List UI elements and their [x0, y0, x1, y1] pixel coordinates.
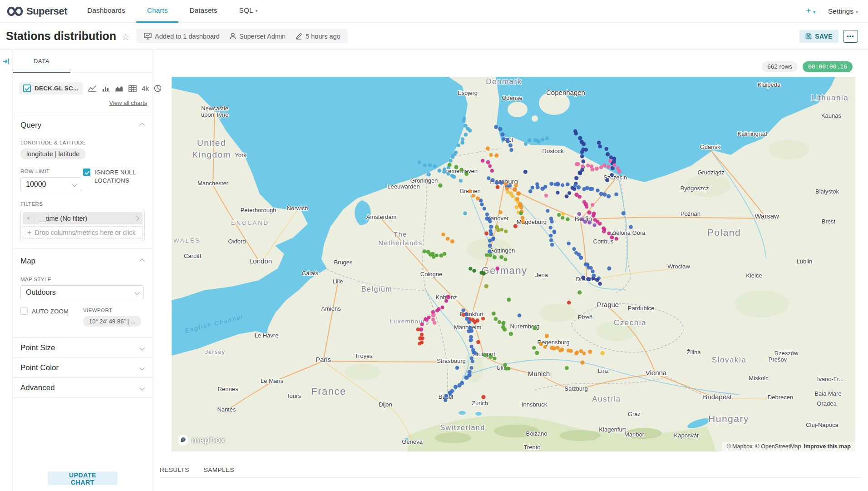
station-point[interactable]: [431, 313, 435, 317]
station-point[interactable]: [557, 213, 561, 217]
station-point[interactable]: [449, 392, 452, 396]
station-point[interactable]: [423, 164, 427, 167]
station-point[interactable]: [488, 253, 492, 257]
station-point[interactable]: [565, 366, 568, 370]
station-point[interactable]: [469, 267, 472, 270]
station-point[interactable]: [518, 313, 521, 317]
station-point[interactable]: [465, 376, 469, 379]
station-point[interactable]: [572, 187, 577, 191]
station-point[interactable]: [577, 185, 581, 189]
station-point[interactable]: [472, 351, 476, 355]
viz-type-selected[interactable]: DECK.GL SC...: [19, 82, 83, 94]
station-point[interactable]: [597, 141, 601, 145]
station-point[interactable]: [552, 231, 556, 234]
station-point[interactable]: [578, 171, 582, 175]
station-point[interactable]: [556, 183, 560, 186]
station-point[interactable]: [615, 237, 618, 241]
bar-chart-icon[interactable]: [102, 85, 110, 92]
station-point[interactable]: [532, 346, 536, 350]
station-point[interactable]: [590, 187, 594, 191]
station-point[interactable]: [486, 146, 490, 150]
station-point[interactable]: [587, 277, 591, 281]
station-point[interactable]: [485, 213, 489, 216]
station-point[interactable]: [470, 366, 473, 370]
station-point[interactable]: [492, 312, 496, 316]
station-point[interactable]: [498, 320, 501, 324]
station-point[interactable]: [596, 278, 599, 282]
station-point[interactable]: [444, 394, 448, 398]
station-point[interactable]: [528, 189, 533, 193]
section-point-color[interactable]: Point Color: [13, 358, 153, 378]
station-point[interactable]: [416, 327, 420, 332]
station-point[interactable]: [418, 342, 421, 345]
station-point[interactable]: [506, 139, 510, 143]
station-point[interactable]: [488, 164, 492, 168]
map-section-header[interactable]: Map: [13, 249, 153, 266]
station-point[interactable]: [486, 160, 490, 164]
station-point[interactable]: [617, 169, 621, 174]
station-point[interactable]: [467, 320, 471, 324]
station-point[interactable]: [435, 309, 439, 312]
save-button[interactable]: SAVE: [799, 30, 838, 43]
station-point[interactable]: [509, 148, 513, 152]
improve-map-link[interactable]: Improve this map: [804, 443, 851, 450]
station-point[interactable]: [614, 193, 618, 197]
station-point[interactable]: [596, 188, 599, 192]
station-point[interactable]: [605, 178, 609, 182]
station-point[interactable]: [593, 223, 597, 227]
station-point[interactable]: [417, 160, 421, 164]
station-point[interactable]: [502, 137, 505, 141]
nav-sql[interactable]: SQL▾: [228, 0, 269, 23]
station-point[interactable]: [577, 290, 582, 294]
station-point[interactable]: [461, 308, 465, 312]
station-point[interactable]: [482, 271, 486, 275]
station-point[interactable]: [444, 299, 448, 303]
station-point[interactable]: [577, 212, 581, 216]
osm-attribution-link[interactable]: © OpenStreetMap: [755, 443, 801, 450]
station-point[interactable]: [452, 175, 456, 179]
station-point[interactable]: [521, 216, 525, 220]
station-point[interactable]: [441, 233, 445, 237]
station-point[interactable]: [420, 333, 424, 337]
station-point[interactable]: [454, 385, 458, 389]
station-point[interactable]: [467, 329, 471, 333]
dashboard-count-chip[interactable]: Added to 1 dashboard: [144, 33, 220, 40]
station-point[interactable]: [498, 127, 502, 131]
station-point[interactable]: [519, 211, 523, 215]
station-point[interactable]: [462, 119, 466, 123]
auto-zoom-checkbox-row[interactable]: AUTO ZOOM: [20, 307, 83, 316]
station-point[interactable]: [489, 232, 493, 236]
station-point[interactable]: [573, 184, 577, 187]
station-point[interactable]: [499, 210, 503, 214]
favorite-star-icon[interactable]: ☆: [122, 32, 129, 42]
station-point[interactable]: [528, 138, 531, 142]
station-point[interactable]: [468, 189, 472, 193]
station-point[interactable]: [579, 256, 583, 260]
station-point[interactable]: [508, 143, 513, 147]
station-point[interactable]: [545, 334, 549, 338]
station-point[interactable]: [591, 270, 595, 273]
station-point[interactable]: [566, 217, 569, 221]
station-point[interactable]: [491, 178, 495, 182]
station-point[interactable]: [602, 229, 606, 233]
station-point[interactable]: [543, 345, 547, 349]
station-point[interactable]: [500, 228, 503, 232]
station-point[interactable]: [450, 239, 454, 243]
collapse-panel-icon[interactable]: [3, 58, 10, 66]
station-point[interactable]: [475, 318, 479, 322]
ignore-null-checkbox-row[interactable]: IGNORE NULL LOCATIONS: [83, 169, 153, 184]
station-point[interactable]: [588, 350, 592, 354]
station-point[interactable]: [567, 301, 571, 305]
station-point[interactable]: [511, 194, 514, 198]
last-modified-chip[interactable]: 5 hours ago: [296, 33, 340, 40]
station-point[interactable]: [503, 258, 507, 261]
station-point[interactable]: [459, 168, 464, 172]
station-point[interactable]: [461, 141, 464, 144]
line-chart-icon[interactable]: [88, 85, 97, 92]
station-point[interactable]: [488, 249, 492, 253]
station-point[interactable]: [443, 167, 446, 171]
station-point[interactable]: [494, 154, 498, 158]
station-point[interactable]: [581, 164, 585, 169]
station-point[interactable]: [599, 165, 603, 169]
station-point[interactable]: [455, 366, 459, 370]
